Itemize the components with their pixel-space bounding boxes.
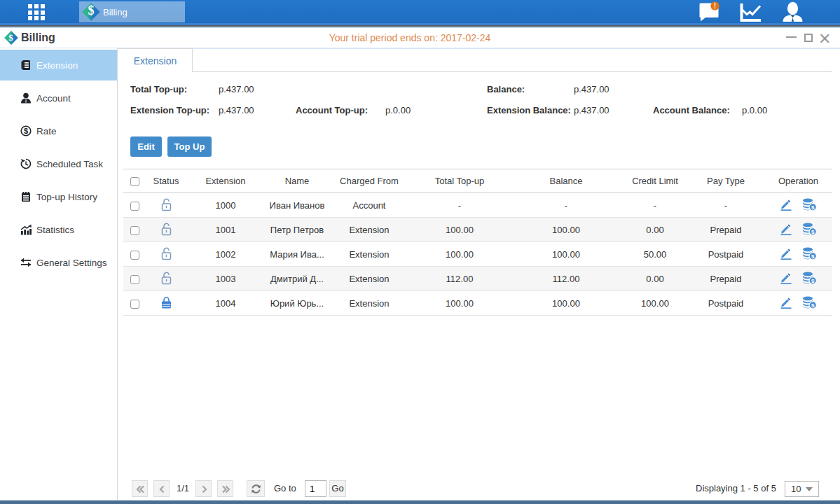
svg-text:$: $	[811, 228, 815, 234]
svg-text:$: $	[811, 204, 815, 210]
svg-text:$: $	[24, 127, 28, 135]
svg-text:$: $	[811, 277, 815, 284]
svg-text:$: $	[811, 253, 815, 259]
svg-text:!: !	[714, 2, 716, 10]
svg-text:$: $	[811, 302, 815, 308]
